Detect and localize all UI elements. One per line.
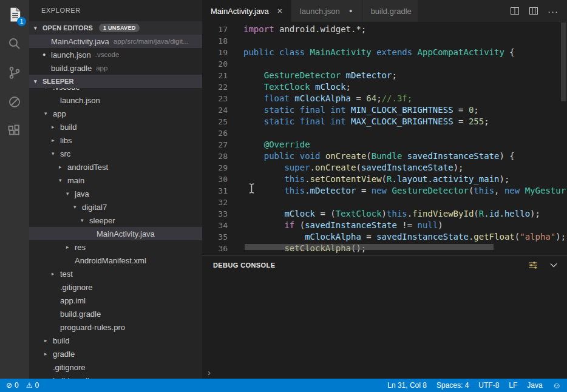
tree-item[interactable]: build.gradle xyxy=(29,307,202,320)
tree-item[interactable]: ▾sleeper xyxy=(29,214,202,227)
tree-item[interactable]: app.iml xyxy=(29,294,202,307)
line-number[interactable]: 25 xyxy=(202,116,228,127)
tree-item[interactable]: ▾java xyxy=(29,187,202,200)
code-line[interactable]: 21 GestureDetector mDetector; xyxy=(202,70,567,81)
open-editors-header[interactable]: ▾ OPEN EDITORS 1 UNSAVED xyxy=(29,21,202,35)
line-number[interactable]: 22 xyxy=(202,81,228,93)
tree-item[interactable]: ▸libs xyxy=(29,133,202,147)
tree-item[interactable]: ▸build xyxy=(29,120,202,133)
tree-item-label: java xyxy=(75,189,89,198)
activity-bar-extensions-icon[interactable] xyxy=(0,117,29,146)
tree-item[interactable]: build.gradle xyxy=(29,374,202,379)
status-segment[interactable]: Java xyxy=(527,381,542,390)
line-number[interactable]: 24 xyxy=(202,104,228,116)
code-line[interactable]: 22 TextClock mClock; xyxy=(202,81,567,93)
code-line[interactable]: 20 xyxy=(202,58,567,70)
tree-item[interactable]: MainActivity.java xyxy=(29,227,202,240)
code-line[interactable]: 27 @Override xyxy=(202,139,567,150)
line-number[interactable]: 36 xyxy=(202,243,228,254)
code-line[interactable]: 23 float mClockAlpha = 64;//.3f; xyxy=(202,93,567,104)
project-section-header[interactable]: ▾ SLEEPER xyxy=(29,75,202,88)
console-input[interactable]: › xyxy=(202,365,567,379)
code-line[interactable]: 18 xyxy=(202,35,567,47)
line-number[interactable]: 19 xyxy=(202,47,228,58)
open-editor-item[interactable]: build.gradleapp xyxy=(29,61,202,75)
tree-item[interactable]: proguard-rules.pro xyxy=(29,320,202,334)
line-number[interactable]: 20 xyxy=(202,58,228,70)
open-editor-item[interactable]: MainActivity.javaapp/src/main/java/digit… xyxy=(29,35,202,48)
tree-item[interactable]: .gitignore xyxy=(29,280,202,294)
code-line[interactable]: 25 static final int MAX_CLOCK_BRIGHTNESS… xyxy=(202,116,567,127)
vertical-scrollbar[interactable] xyxy=(561,22,566,101)
line-number[interactable]: 35 xyxy=(202,231,228,243)
filter-levels-icon[interactable] xyxy=(528,260,538,270)
split-editor-icon[interactable] xyxy=(510,6,520,16)
open-editor-item[interactable]: ●launch.json.vscode xyxy=(29,48,202,61)
tree-item[interactable]: ▾main xyxy=(29,174,202,187)
activity-bar-debug-icon[interactable] xyxy=(0,87,29,117)
line-number[interactable]: 32 xyxy=(202,197,228,208)
activity-bar-source-control-icon[interactable] xyxy=(0,58,29,87)
tree-item-label: build xyxy=(53,336,69,345)
code-line[interactable]: 34 if (savedInstanceState != null) xyxy=(202,220,567,231)
code-line[interactable]: 28 public void onCreate(Bundle savedInst… xyxy=(202,150,567,162)
code-line[interactable]: 17import android.widget.*; xyxy=(202,24,567,35)
code-line[interactable]: 30 this.setContentView(R.layout.activity… xyxy=(202,174,567,185)
feedback-smiley-icon[interactable]: ☺ xyxy=(552,380,561,390)
line-number[interactable]: 30 xyxy=(202,174,228,185)
tree-item[interactable]: ▾digital7 xyxy=(29,200,202,214)
line-number[interactable]: 33 xyxy=(202,208,228,220)
tree-item[interactable]: ▸androidTest xyxy=(29,160,202,174)
tree-item[interactable]: ▸test xyxy=(29,267,202,280)
line-number[interactable]: 28 xyxy=(202,150,228,162)
status-segment[interactable]: UTF-8 xyxy=(478,381,499,390)
line-number[interactable]: 29 xyxy=(202,162,228,174)
status-segment[interactable]: Spaces: 4 xyxy=(436,381,469,390)
modified-dot-icon[interactable]: ● xyxy=(346,8,356,14)
status-segment[interactable]: Ln 31, Col 8 xyxy=(387,381,427,390)
tree-item[interactable]: ▸build xyxy=(29,334,202,347)
line-number[interactable]: 21 xyxy=(202,70,228,81)
line-number[interactable]: 23 xyxy=(202,93,228,104)
horizontal-scrollbar[interactable] xyxy=(245,244,494,250)
code-line[interactable]: 31 this.mDetector = new GestureDetector(… xyxy=(202,185,567,197)
status-warnings[interactable]: ⚠0 xyxy=(26,381,39,390)
tree-item[interactable]: ▸gradle xyxy=(29,347,202,360)
code-line[interactable]: 19public class MainActivity extends AppC… xyxy=(202,47,567,58)
activity-bar-explorer-icon[interactable]: 1 xyxy=(0,0,29,29)
code-line[interactable]: 35 mClockAlpha = savedInstanceState.getF… xyxy=(202,231,567,243)
editor-tab[interactable]: MainActivity.java× xyxy=(202,0,291,22)
more-actions-icon[interactable]: ··· xyxy=(548,6,559,16)
warning-icon: ⚠ xyxy=(26,381,33,390)
editor-layout-icon[interactable] xyxy=(529,6,538,16)
line-number[interactable]: 31 xyxy=(202,185,228,197)
activity-bar-search-icon[interactable] xyxy=(0,29,29,58)
line-number[interactable]: 34 xyxy=(202,220,228,231)
status-errors[interactable]: ⊘0 xyxy=(6,381,19,390)
close-icon[interactable]: × xyxy=(275,6,285,16)
tree-item[interactable]: launch.json xyxy=(29,93,202,107)
console-output[interactable] xyxy=(202,272,567,365)
line-number[interactable]: 26 xyxy=(202,127,228,139)
code-line[interactable]: 26 xyxy=(202,127,567,139)
tree-item[interactable]: AndroidManifest.xml xyxy=(29,254,202,267)
code-editor[interactable]: 17import android.widget.*;1819public cla… xyxy=(202,22,567,255)
editor-tab[interactable]: build.gradle xyxy=(362,0,418,22)
line-number[interactable]: 27 xyxy=(202,139,228,150)
status-segment[interactable]: LF xyxy=(509,381,517,390)
code-line[interactable]: 29 super.onCreate(savedInstanceState); xyxy=(202,162,567,174)
line-number[interactable]: 18 xyxy=(202,35,228,47)
tree-item[interactable]: ▾.vscode xyxy=(29,88,202,93)
chevron-right-icon: ▸ xyxy=(59,164,67,170)
tree-item[interactable]: ▾src xyxy=(29,147,202,160)
code-line[interactable]: 24 static final int MIN_CLOCK_BRIGHTNESS… xyxy=(202,104,567,116)
panel-tab-debug-console[interactable]: DEBUG CONSOLE xyxy=(213,262,275,269)
editor-tab[interactable]: launch.json● xyxy=(291,0,362,22)
code-line[interactable]: 32 xyxy=(202,197,567,208)
line-number[interactable]: 17 xyxy=(202,24,228,35)
code-line[interactable]: 33 mClock = (TextClock)this.findViewById… xyxy=(202,208,567,220)
collapse-panel-icon[interactable] xyxy=(549,260,559,270)
tree-item[interactable]: ▾app xyxy=(29,107,202,120)
tree-item[interactable]: .gitignore xyxy=(29,360,202,374)
tree-item[interactable]: ▸res xyxy=(29,240,202,254)
